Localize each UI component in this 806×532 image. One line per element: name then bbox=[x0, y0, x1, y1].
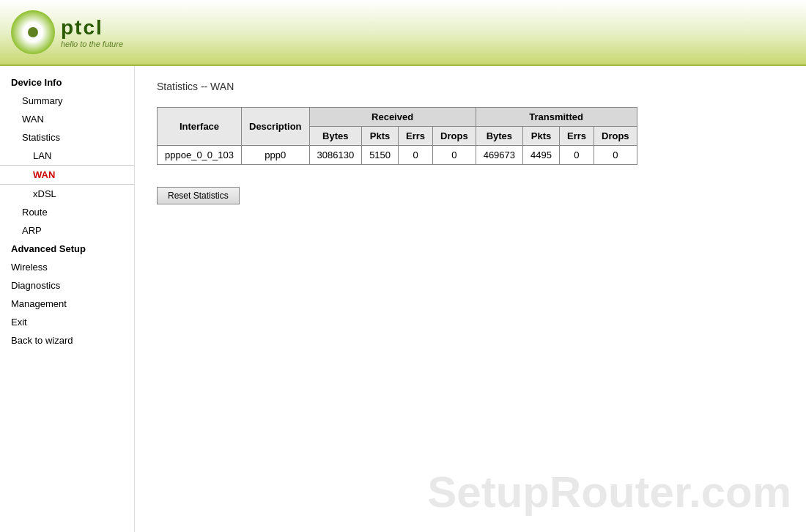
table-cell: 3086130 bbox=[309, 146, 362, 165]
sidebar-item-route[interactable]: Route bbox=[0, 203, 134, 221]
sub-col-trans-bytes: Bytes bbox=[476, 127, 522, 146]
sidebar-item-exit[interactable]: Exit bbox=[0, 313, 134, 331]
logo-inner bbox=[26, 25, 40, 40]
table-cell: 0 bbox=[399, 146, 433, 165]
table-cell: 469673 bbox=[476, 146, 522, 165]
sidebar-item-wan[interactable]: WAN bbox=[0, 165, 134, 185]
sidebar-item-management[interactable]: Management bbox=[0, 295, 134, 313]
stats-table: Interface Description Received Transmitt… bbox=[157, 107, 637, 165]
sidebar-item-back-to-wizard[interactable]: Back to wizard bbox=[0, 331, 134, 350]
table-cell: 0 bbox=[559, 146, 594, 165]
col-header-interface: Interface bbox=[158, 108, 242, 146]
sub-col-trans-pkts: Pkts bbox=[523, 127, 560, 146]
page-title: Statistics -- WAN bbox=[157, 81, 784, 92]
sidebar-item-summary[interactable]: Summary bbox=[0, 92, 134, 110]
logo-text: ptcl hello to the future bbox=[61, 16, 123, 48]
col-header-description: Description bbox=[242, 108, 310, 146]
sidebar-item-lan[interactable]: LAN bbox=[0, 147, 134, 165]
col-header-received: Received bbox=[309, 108, 476, 127]
sub-col-recv-pkts: Pkts bbox=[362, 127, 399, 146]
table-cell: 5150 bbox=[362, 146, 399, 165]
sidebar: Device InfoSummaryWANStatisticsLANWANxDS… bbox=[0, 66, 135, 532]
table-cell: 4495 bbox=[523, 146, 560, 165]
main-content: Statistics -- WAN Interface Description … bbox=[135, 66, 806, 532]
logo-ptcl-label: ptcl bbox=[61, 16, 123, 40]
table-cell: 0 bbox=[594, 146, 637, 165]
sub-col-recv-drops: Drops bbox=[433, 127, 476, 146]
reset-statistics-button[interactable]: Reset Statistics bbox=[157, 187, 240, 204]
col-header-transmitted: Transmitted bbox=[476, 108, 637, 127]
sidebar-item-statistics[interactable]: Statistics bbox=[0, 128, 134, 147]
sidebar-item-arp[interactable]: ARP bbox=[0, 221, 134, 240]
sidebar-item-advanced-setup[interactable]: Advanced Setup bbox=[0, 240, 134, 258]
logo-tagline-label: hello to the future bbox=[61, 40, 123, 48]
sub-col-trans-drops: Drops bbox=[594, 127, 637, 146]
header: ptcl hello to the future bbox=[0, 0, 806, 66]
watermark: SetupRouter.com bbox=[427, 467, 791, 517]
sidebar-item-wireless[interactable]: Wireless bbox=[0, 258, 134, 276]
sidebar-item-wan[interactable]: WAN bbox=[0, 110, 134, 128]
logo-area: ptcl hello to the future bbox=[0, 0, 806, 64]
sub-col-trans-errs: Errs bbox=[559, 127, 594, 146]
sidebar-item-xdsl[interactable]: xDSL bbox=[0, 185, 134, 203]
sidebar-item-diagnostics[interactable]: Diagnostics bbox=[0, 276, 134, 295]
logo-circle bbox=[11, 10, 55, 54]
sidebar-item-device-info[interactable]: Device Info bbox=[0, 73, 134, 92]
table-row: pppoe_0_0_103ppp030861305150004696734495… bbox=[158, 146, 637, 165]
sub-col-recv-errs: Errs bbox=[399, 127, 433, 146]
table-cell: ppp0 bbox=[242, 146, 310, 165]
table-cell: pppoe_0_0_103 bbox=[158, 146, 242, 165]
sub-col-recv-bytes: Bytes bbox=[309, 127, 362, 146]
main-layout: Device InfoSummaryWANStatisticsLANWANxDS… bbox=[0, 66, 806, 532]
table-cell: 0 bbox=[433, 146, 476, 165]
